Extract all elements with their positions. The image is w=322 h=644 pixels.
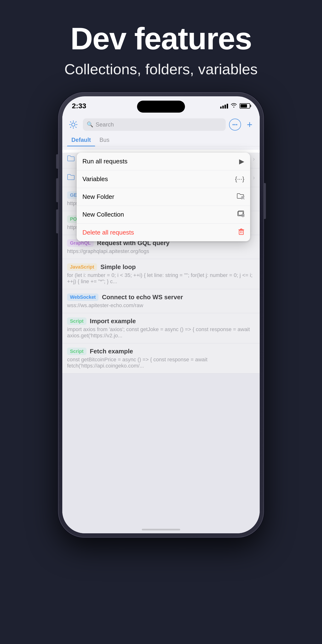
plus-icon: + — [247, 120, 252, 130]
side-button-vol-up — [56, 178, 58, 202]
ellipsis-label: ••• — [232, 122, 238, 127]
variables-icon: {···} — [235, 176, 244, 183]
dropdown-new-folder[interactable]: New Folder — [77, 188, 250, 206]
new-folder-label: New Folder — [82, 193, 114, 200]
new-collection-label: New Collection — [82, 211, 124, 218]
side-button-power — [264, 183, 266, 219]
dropdown-menu: Run all requests ▶ Variables {···} New F… — [77, 152, 250, 241]
search-icon: 🔍 — [87, 122, 93, 128]
side-button-mute — [56, 154, 58, 169]
settings-button[interactable] — [67, 118, 80, 131]
svg-rect-4 — [239, 230, 244, 234]
phone-frame: 2:33 — [58, 92, 264, 538]
status-time: 2:33 — [72, 102, 86, 110]
dropdown-delete-all[interactable]: Delete all requests — [77, 224, 250, 241]
search-bar[interactable]: 🔍 Search — [83, 118, 226, 131]
trash-icon — [238, 228, 244, 237]
play-icon: ▶ — [239, 158, 244, 165]
app-content: 🔍 Search ••• + Default Bus — [62, 116, 260, 533]
ellipsis-button[interactable]: ••• — [229, 118, 241, 130]
variables-label: Variables — [82, 176, 108, 183]
new-folder-icon — [237, 192, 244, 201]
dropdown-run-all[interactable]: Run all requests ▶ — [77, 152, 250, 170]
status-icons — [220, 102, 250, 109]
hero-title: Dev features — [70, 22, 252, 56]
delete-all-label: Delete all requests — [82, 229, 134, 236]
hero-section: Dev features Collections, folders, varia… — [64, 0, 258, 92]
dynamic-island — [137, 100, 185, 112]
tab-bus[interactable]: Bus — [95, 134, 114, 146]
battery-icon — [240, 103, 250, 108]
run-all-label: Run all requests — [82, 158, 128, 165]
signal-icon — [220, 103, 228, 108]
side-button-vol-down — [56, 210, 58, 233]
top-bar: 🔍 Search ••• + — [62, 116, 260, 134]
battery-fill — [240, 104, 247, 108]
search-placeholder: Search — [96, 121, 114, 128]
add-button[interactable]: + — [244, 119, 255, 130]
hero-subtitle: Collections, folders, variables — [64, 60, 258, 78]
gear-icon — [68, 120, 78, 130]
dropdown-variables[interactable]: Variables {···} — [77, 170, 250, 188]
new-collection-icon — [237, 210, 244, 219]
tab-default[interactable]: Default — [67, 134, 95, 146]
phone-screen: 2:33 — [62, 96, 260, 533]
tabs-bar: Default Bus — [62, 134, 260, 146]
dropdown-new-collection[interactable]: New Collection — [77, 206, 250, 224]
wifi-icon — [230, 102, 237, 109]
